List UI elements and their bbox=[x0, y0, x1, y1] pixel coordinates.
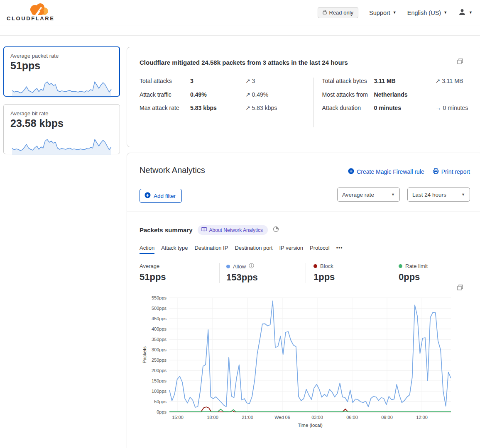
svg-text:350pps: 350pps bbox=[152, 337, 167, 342]
support-menu[interactable]: Support ▼ bbox=[369, 10, 397, 16]
metric-label: Average bit rate bbox=[10, 110, 113, 117]
chevron-down-icon: ▼ bbox=[393, 11, 397, 15]
about-network-analytics-badge[interactable]: About Network Analytics bbox=[198, 225, 268, 235]
metric-select[interactable]: Average rate ▼ bbox=[337, 187, 400, 202]
cloudflare-logo[interactable]: CLOUDFLARE bbox=[7, 2, 52, 22]
read-only-badge: Read only bbox=[318, 7, 359, 18]
attack-stats-left: Total attacks 3 ↗ 3 Attack traffic 0.49%… bbox=[140, 77, 311, 113]
attack-summary-title: Cloudflare mitigated 24.58k packets from… bbox=[140, 59, 470, 66]
svg-text:50pps: 50pps bbox=[154, 399, 167, 404]
svg-text:550pps: 550pps bbox=[152, 295, 167, 300]
time-range-select[interactable]: Last 24 hours ▼ bbox=[407, 187, 470, 202]
info-icon[interactable] bbox=[249, 263, 254, 270]
copy-icon[interactable] bbox=[457, 284, 463, 292]
lock-icon bbox=[323, 10, 327, 16]
cloudflare-cloud-icon bbox=[7, 2, 52, 16]
chevron-down-icon: ▼ bbox=[469, 11, 473, 15]
svg-text:09:00: 09:00 bbox=[381, 415, 393, 420]
legend-allow: Allow 153pps bbox=[219, 263, 306, 283]
copy-icon[interactable] bbox=[457, 58, 463, 66]
block-dot-icon bbox=[313, 264, 317, 268]
add-filter-button[interactable]: Add filter bbox=[140, 189, 182, 203]
book-icon bbox=[201, 227, 207, 233]
svg-text:300pps: 300pps bbox=[152, 347, 167, 352]
metric-value: 51pps bbox=[10, 60, 113, 72]
plus-circle-icon bbox=[144, 192, 151, 200]
plus-circle-icon bbox=[348, 168, 354, 175]
svg-text:150pps: 150pps bbox=[152, 378, 167, 383]
svg-text:400pps: 400pps bbox=[152, 326, 167, 331]
svg-text:500pps: 500pps bbox=[152, 306, 167, 311]
legend-average: Average 51pps bbox=[140, 263, 219, 283]
svg-text:06:00: 06:00 bbox=[346, 415, 358, 420]
rate-limit-dot-icon bbox=[399, 264, 402, 268]
dimension-tabs: Action Attack type Destination IP Destin… bbox=[140, 245, 470, 254]
svg-text:100pps: 100pps bbox=[152, 389, 167, 394]
svg-text:15:00: 15:00 bbox=[172, 415, 184, 420]
account-menu[interactable]: ▼ bbox=[458, 8, 473, 17]
content-divider bbox=[0, 35, 480, 36]
allow-dot-icon bbox=[226, 265, 230, 268]
pie-clock-icon[interactable] bbox=[273, 226, 279, 234]
tab-protocol[interactable]: Protocol bbox=[310, 245, 330, 254]
brand-wordmark: CLOUDFLARE bbox=[7, 15, 52, 22]
svg-text:450pps: 450pps bbox=[152, 316, 167, 321]
svg-text:Wed 06: Wed 06 bbox=[274, 415, 290, 420]
svg-text:250pps: 250pps bbox=[152, 358, 167, 363]
tab-action[interactable]: Action bbox=[140, 245, 154, 254]
network-analytics-panel: Network Analytics Create Magic Firewall … bbox=[127, 153, 480, 448]
top-header: CLOUDFLARE Read only Support ▼ English (… bbox=[0, 0, 480, 25]
bit-rate-sparkline bbox=[10, 130, 113, 157]
language-menu[interactable]: English (US) ▼ bbox=[407, 10, 447, 16]
chevron-down-icon: ▼ bbox=[443, 11, 447, 15]
legend-block: Block 1pps bbox=[306, 263, 391, 283]
attack-stats-right: Total attack bytes 3.11 MB ↗ 3.11 MB Mos… bbox=[311, 77, 470, 113]
legend-rate-limit: Rate limit 0pps bbox=[391, 263, 461, 283]
chevron-down-icon: ▼ bbox=[391, 193, 395, 197]
tab-ip-version[interactable]: IP version bbox=[279, 245, 303, 254]
create-magic-firewall-rule-link[interactable]: Create Magic Firewall rule bbox=[348, 168, 424, 175]
packets-chart: 0pps50pps100pps150pps200pps250pps300pps3… bbox=[140, 295, 451, 433]
more-tabs-button[interactable]: ••• bbox=[336, 245, 343, 254]
attack-summary-panel: Cloudflare mitigated 24.58k packets from… bbox=[127, 47, 480, 147]
printer-icon bbox=[433, 168, 439, 175]
metric-card-bit-rate[interactable]: Average bit rate 23.58 kbps bbox=[3, 104, 120, 154]
print-report-link[interactable]: Print report bbox=[433, 168, 470, 175]
packet-rate-sparkline bbox=[10, 73, 113, 99]
tab-attack-type[interactable]: Attack type bbox=[161, 245, 188, 254]
chevron-down-icon: ▼ bbox=[461, 193, 465, 197]
legend-stats: Average 51pps Allow 153pps Block 1p bbox=[140, 263, 470, 283]
svg-text:12:00: 12:00 bbox=[416, 415, 428, 420]
svg-text:03:00: 03:00 bbox=[311, 415, 323, 420]
svg-text:Packets: Packets bbox=[142, 346, 147, 363]
metric-value: 23.58 kbps bbox=[10, 117, 113, 129]
tab-destination-port[interactable]: Destination port bbox=[235, 245, 272, 254]
stats-divider bbox=[313, 78, 313, 127]
metric-card-packet-rate[interactable]: Average packet rate 51pps bbox=[3, 46, 120, 97]
tab-destination-ip[interactable]: Destination IP bbox=[194, 245, 228, 254]
packets-summary-section: Packets summary About Network Analytics … bbox=[127, 212, 480, 435]
svg-text:18:00: 18:00 bbox=[207, 415, 218, 420]
svg-text:200pps: 200pps bbox=[152, 368, 167, 373]
packets-summary-title: Packets summary bbox=[140, 226, 193, 234]
metric-label: Average packet rate bbox=[10, 53, 113, 59]
svg-text:Time (local): Time (local) bbox=[298, 423, 323, 428]
user-avatar-icon bbox=[458, 8, 466, 17]
svg-text:0pps: 0pps bbox=[157, 409, 167, 414]
svg-text:21:00: 21:00 bbox=[242, 415, 253, 420]
